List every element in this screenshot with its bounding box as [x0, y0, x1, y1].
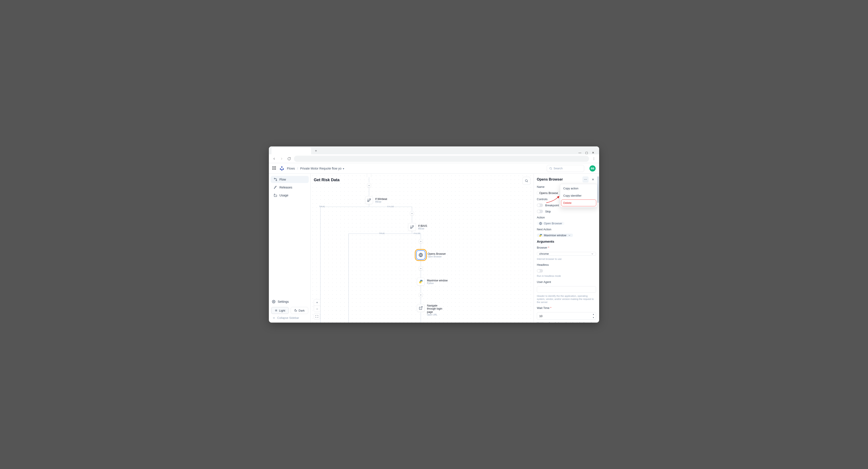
- wait-time-field[interactable]: [537, 312, 596, 320]
- branch-icon: [410, 225, 414, 229]
- breakpoint-toggle[interactable]: [537, 204, 543, 207]
- sidebar-item-usage[interactable]: Usage: [271, 192, 309, 199]
- reload-button[interactable]: [286, 156, 292, 161]
- fit-view-button[interactable]: [314, 313, 320, 319]
- zoom-out-button[interactable]: −: [314, 306, 320, 312]
- user-agent-label: User Agent: [537, 280, 596, 284]
- maximize-icon[interactable]: ▢: [585, 151, 588, 154]
- node-if-winbeat[interactable]: If WinbeatIf/Else: [365, 196, 387, 204]
- svg-point-7: [550, 167, 551, 169]
- sidebar-item-label: Usage: [279, 193, 288, 197]
- svg-point-43: [584, 179, 585, 180]
- panel-title: Opens Browser: [537, 178, 563, 182]
- close-icon: [591, 178, 594, 181]
- svg-line-42: [421, 307, 422, 308]
- add-node-button[interactable]: ＋: [410, 211, 414, 215]
- window-controls: — ▢ ✕: [579, 151, 597, 154]
- browser-menu-button[interactable]: [591, 156, 596, 161]
- product-logo-icon[interactable]: [279, 166, 284, 171]
- svg-point-2: [594, 159, 594, 160]
- node-opens-browser[interactable]: Opens BrowserOpen Browser: [416, 250, 446, 260]
- external-link-icon: [419, 306, 423, 310]
- number-spinner[interactable]: ▲▼: [592, 313, 595, 319]
- menu-copy-identifier[interactable]: Copy identifier: [561, 192, 596, 199]
- theme-light-button[interactable]: Light: [271, 307, 289, 314]
- address-bar[interactable]: [294, 156, 589, 162]
- svg-point-35: [368, 200, 369, 202]
- sun-icon: [275, 309, 278, 312]
- svg-point-5: [283, 168, 284, 170]
- sidebar-item-label: Releases: [279, 186, 292, 189]
- headless-toggle[interactable]: [537, 269, 543, 273]
- forward-button[interactable]: [279, 156, 284, 161]
- add-node-button[interactable]: ＋: [367, 183, 371, 187]
- close-icon[interactable]: ✕: [592, 151, 594, 154]
- panel-more-button[interactable]: [582, 176, 589, 183]
- svg-line-16: [277, 311, 277, 311]
- sidebar-item-label: Flow: [279, 178, 286, 181]
- add-node-button[interactable]: ＋: [419, 267, 423, 271]
- menu-delete[interactable]: Delete: [561, 199, 596, 206]
- user-agent-field[interactable]: [537, 286, 596, 293]
- avatar[interactable]: BB: [589, 165, 596, 171]
- browser-field-label: Browser: [537, 246, 596, 249]
- sidebar-item-label: Settings: [278, 300, 289, 304]
- add-node-button[interactable]: ＋: [419, 293, 423, 297]
- action-pill: Open Browser: [537, 222, 564, 225]
- skip-toggle[interactable]: [537, 210, 543, 213]
- chevron-down-icon[interactable]: ▾: [343, 167, 344, 170]
- svg-point-4: [280, 168, 281, 170]
- node-maximise-window[interactable]: Maximise windowPython: [417, 278, 448, 286]
- sidebar-item-releases[interactable]: Releases: [271, 184, 309, 191]
- add-node-button[interactable]: ＋: [419, 239, 423, 243]
- chevron-down-icon: [568, 234, 571, 237]
- breadcrumb: Flows / Private Motor Requote flow yo ▾: [287, 167, 344, 170]
- zoom-in-button[interactable]: ＋: [314, 300, 320, 306]
- menu-copy-action[interactable]: Copy action: [561, 185, 596, 192]
- svg-point-44: [585, 179, 586, 180]
- browser-tab[interactable]: [272, 147, 311, 154]
- app-window: + — ▢ ✕: [269, 147, 599, 322]
- panel-close-button[interactable]: [590, 176, 596, 183]
- node-navigate-login[interactable]: Navigate through login pageOpen URL: [417, 304, 447, 316]
- scrollbar[interactable]: [597, 176, 599, 203]
- globe-icon: [418, 253, 423, 257]
- sidebar-item-settings[interactable]: Settings: [271, 298, 308, 305]
- skip-label: Skip: [545, 210, 551, 213]
- node-if-ibais[interactable]: If IBAISIf/Else: [408, 223, 427, 231]
- folder-icon: [274, 193, 277, 197]
- edge-label-true: TRUE: [379, 232, 385, 234]
- svg-point-0: [594, 157, 594, 158]
- branch-icon: [367, 198, 371, 202]
- flow-start-stub: [367, 174, 371, 177]
- theme-dark-button[interactable]: Dark: [291, 307, 309, 314]
- breadcrumb-root[interactable]: Flows: [287, 167, 295, 170]
- chevrons-left-icon: [272, 316, 275, 319]
- next-action-select[interactable]: Maximise window: [537, 233, 573, 237]
- flow-canvas[interactable]: Get Risk Data: [311, 174, 533, 322]
- new-tab-button[interactable]: +: [313, 148, 319, 154]
- next-action-label: Next Action: [537, 228, 596, 231]
- breadcrumb-leaf[interactable]: Private Motor Requote flow yo: [300, 167, 342, 170]
- browser-select[interactable]: chrome: [537, 252, 596, 256]
- globe-icon: [539, 222, 542, 225]
- svg-point-40: [420, 280, 421, 281]
- sidebar-item-flow[interactable]: Flow: [271, 176, 309, 183]
- action-label: Action: [537, 216, 596, 219]
- edge-label-false: FALSE: [414, 232, 421, 234]
- app-header: Flows / Private Motor Requote flow yo ▾ …: [269, 163, 599, 174]
- back-button[interactable]: [272, 156, 277, 161]
- breakpoint-label: Breakpoint: [545, 204, 559, 207]
- svg-point-11: [273, 301, 274, 302]
- details-panel: Opens Browser Copy action Copy identifie…: [533, 174, 599, 322]
- svg-point-12: [276, 310, 277, 311]
- chevron-down-icon: [591, 253, 594, 255]
- svg-point-34: [370, 198, 371, 200]
- svg-point-36: [412, 225, 413, 226]
- svg-point-3: [281, 166, 282, 167]
- svg-point-10: [276, 180, 277, 181]
- minimize-icon[interactable]: —: [579, 151, 581, 154]
- search-input[interactable]: Search: [547, 165, 584, 172]
- collapse-sidebar-button[interactable]: Collapse Sidebar: [271, 314, 308, 320]
- apps-launcher-icon[interactable]: [272, 166, 277, 170]
